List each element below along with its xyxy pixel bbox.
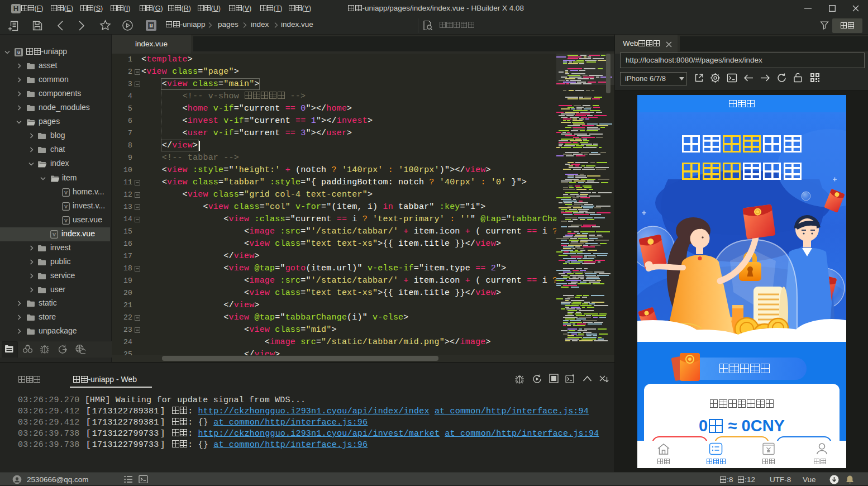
svg-text:V: V (53, 232, 56, 237)
svg-text:V: V (64, 204, 68, 209)
svg-text:V: V (64, 190, 68, 196)
svg-text:V: V (64, 218, 68, 223)
